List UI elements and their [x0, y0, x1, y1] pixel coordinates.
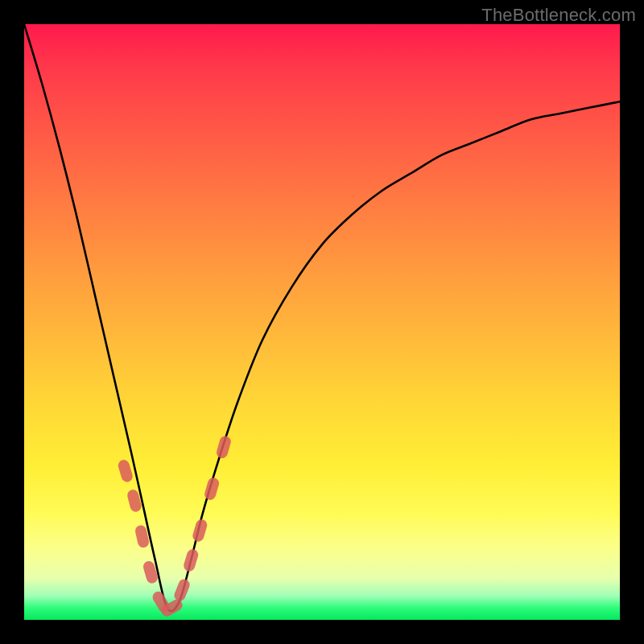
- bottleneck-curve: [24, 24, 620, 611]
- curve-marker: [117, 459, 134, 484]
- chart-svg: [24, 24, 620, 620]
- curve-marker: [204, 477, 221, 502]
- curve-marker: [172, 577, 191, 602]
- chart-frame: TheBottleneck.com: [0, 0, 644, 644]
- watermark-label: TheBottleneck.com: [481, 5, 636, 26]
- curve-marker: [182, 548, 199, 573]
- chart-plot-area: [24, 24, 620, 620]
- curve-marker: [192, 518, 208, 543]
- curve-marker: [215, 435, 232, 460]
